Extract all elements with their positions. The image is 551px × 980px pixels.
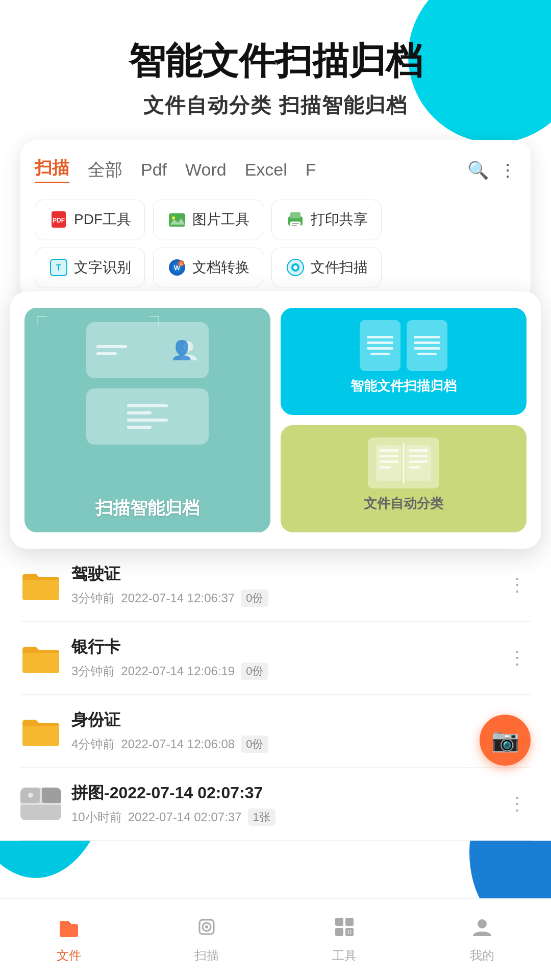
document-icon <box>86 388 209 445</box>
file-item[interactable]: 银行卡 3分钟前 2022-07-14 12:06:19 0份 ⋮ <box>20 622 531 695</box>
tab-word[interactable]: Word <box>185 160 227 180</box>
file-time: 3分钟前 <box>71 663 115 679</box>
svg-rect-33 <box>335 928 343 936</box>
file-date: 2022-07-14 12:06:19 <box>121 664 235 678</box>
feature-right-top-label: 智能文件扫描归档 <box>350 377 457 395</box>
feature-left-label: 扫描智能归档 <box>95 497 199 520</box>
tab-pdf[interactable]: Pdf <box>141 160 167 180</box>
file-name: 身份证 <box>71 709 494 731</box>
nav-files[interactable]: 文件 <box>0 916 138 964</box>
file-more-button[interactable]: ⋮ <box>504 574 531 596</box>
more-options-icon[interactable]: ⋮ <box>499 160 516 180</box>
file-badge: 1张 <box>248 808 276 826</box>
file-name: 驾驶证 <box>71 563 494 585</box>
id-card-icon <box>86 322 209 378</box>
file-badge: 0份 <box>241 663 268 680</box>
fab-camera-button[interactable]: 📷 <box>480 715 531 766</box>
svg-rect-8 <box>292 225 297 226</box>
file-meta: 10小时前 2022-07-14 02:07:37 1张 <box>71 808 494 826</box>
feature-classify-card[interactable]: 文件自动分类 <box>281 425 527 532</box>
nav-tools[interactable]: 工具 <box>276 916 413 964</box>
print-tool-label: 打印共享 <box>311 210 368 229</box>
svg-rect-24 <box>42 788 61 803</box>
file-more-button[interactable]: ⋮ <box>504 793 531 815</box>
svg-rect-31 <box>335 918 343 926</box>
ocr-tool-label: 文字识别 <box>74 258 131 277</box>
svg-text:T: T <box>56 263 61 272</box>
folder-icon <box>20 569 61 601</box>
svg-rect-2 <box>169 213 185 227</box>
camera-icon: 📷 <box>491 727 519 753</box>
svg-text:PDF: PDF <box>53 217 65 224</box>
svg-point-20 <box>293 265 297 270</box>
feature-scan-archive-card[interactable]: 智能文件扫描归档 <box>281 308 527 415</box>
hero-title: 智能文件扫描归档 <box>31 41 520 81</box>
feature-right-bottom-label: 文件自动分类 <box>364 495 443 512</box>
image-tool-button[interactable]: 图片工具 <box>153 200 263 239</box>
file-meta: 4分钟前 2022-07-14 12:06:08 0份 <box>71 736 494 753</box>
tab-actions: 🔍 ⋮ <box>467 160 516 180</box>
twin-doc-right <box>407 320 447 371</box>
tab-scan[interactable]: 扫描 <box>35 156 69 183</box>
feature-scan-card[interactable]: 扫描智能归档 <box>24 308 270 532</box>
file-info: 驾驶证 3分钟前 2022-07-14 12:06:37 0份 <box>71 563 494 607</box>
svg-point-36 <box>478 919 487 928</box>
file-item[interactable]: 身份证 4分钟前 2022-07-14 12:06:08 0份 ⋮ <box>20 695 531 768</box>
nav-files-label: 文件 <box>57 947 81 964</box>
files-nav-icon <box>58 916 80 943</box>
file-more-button[interactable]: ⋮ <box>504 647 531 669</box>
nav-tools-label: 工具 <box>332 947 357 964</box>
feature-left-icons <box>37 322 258 445</box>
twin-doc-left <box>360 320 400 371</box>
scan-nav-icon <box>195 916 218 943</box>
feature-right: 智能文件扫描归档 <box>281 308 527 532</box>
file-name: 银行卡 <box>71 636 494 658</box>
feature-cards: 扫描智能归档 <box>10 291 541 549</box>
nav-scan-label: 扫描 <box>194 947 219 964</box>
tools-nav-icon <box>333 916 356 943</box>
twin-docs-icon <box>360 320 447 371</box>
svg-text:A: A <box>180 261 183 266</box>
print-tool-button[interactable]: 打印共享 <box>271 200 382 239</box>
nav-mine[interactable]: 我的 <box>413 916 551 964</box>
file-date: 2022-07-14 02:07:37 <box>128 810 242 824</box>
nav-scan[interactable]: 扫描 <box>138 916 276 964</box>
image-icon <box>167 209 187 230</box>
scan-tool-button[interactable]: 文件扫描 <box>271 248 382 287</box>
svg-point-21 <box>183 341 193 352</box>
svg-point-3 <box>172 216 175 219</box>
mine-nav-icon <box>471 916 493 943</box>
file-info: 银行卡 3分钟前 2022-07-14 12:06:19 0份 <box>71 636 494 680</box>
svg-point-30 <box>205 925 208 928</box>
svg-rect-25 <box>20 805 61 820</box>
bottom-nav: 文件 扫描 工具 <box>0 898 551 980</box>
file-badge: 0份 <box>241 736 268 753</box>
tab-more[interactable]: F <box>306 160 316 180</box>
file-time: 4分钟前 <box>71 736 115 752</box>
pdf-tool-button[interactable]: PDF PDF工具 <box>35 200 145 239</box>
nav-mine-label: 我的 <box>470 947 494 964</box>
pdf-tool-label: PDF工具 <box>74 210 131 229</box>
folder-icon <box>20 715 61 747</box>
file-time: 3分钟前 <box>71 590 115 606</box>
ocr-tool-button[interactable]: T 文字识别 <box>35 248 145 287</box>
folder-icon <box>20 642 61 674</box>
convert-tool-button[interactable]: W A 文档转换 <box>153 248 263 287</box>
tab-all[interactable]: 全部 <box>88 158 122 182</box>
file-date: 2022-07-14 12:06:37 <box>121 591 235 605</box>
tool-row-1: PDF PDF工具 图片工具 <box>35 200 516 239</box>
convert-icon: W A <box>167 257 187 278</box>
file-time: 10小时前 <box>71 809 122 825</box>
tab-excel[interactable]: Excel <box>245 160 287 180</box>
file-info: 身份证 4分钟前 2022-07-14 12:06:08 0份 <box>71 709 494 753</box>
file-meta: 3分钟前 2022-07-14 12:06:37 0份 <box>71 590 494 607</box>
book-page-right <box>406 445 431 481</box>
image-tool-label: 图片工具 <box>192 210 249 229</box>
pdf-icon: PDF <box>48 209 69 230</box>
feature-grid: 扫描智能归档 <box>24 308 527 532</box>
search-icon[interactable]: 🔍 <box>467 160 489 180</box>
file-item[interactable]: 驾驶证 3分钟前 2022-07-14 12:06:37 0份 ⋮ <box>20 549 531 622</box>
svg-rect-5 <box>290 212 300 218</box>
file-item[interactable]: 拼图-2022-07-14 02:07:37 10小时前 2022-07-14 … <box>20 768 531 841</box>
scan-tool-label: 文件扫描 <box>311 258 368 277</box>
